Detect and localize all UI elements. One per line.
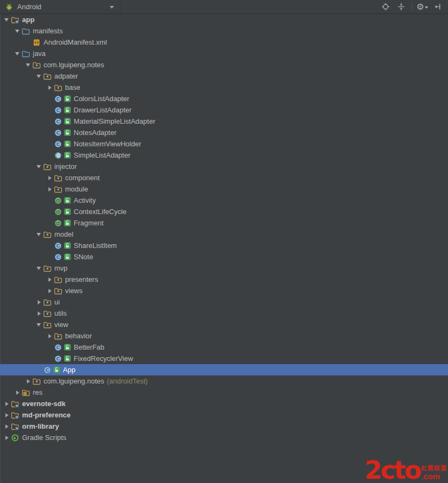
view-mode-dropdown[interactable]: Android: [0, 0, 120, 13]
tree-row[interactable]: manifests: [0, 25, 448, 37]
tree-item-label: ContextLifeCycle: [74, 208, 126, 216]
tree-row[interactable]: com.lguipeng.notes: [0, 59, 448, 70]
tree-row[interactable]: component: [0, 172, 448, 183]
folder-blue-icon: [22, 27, 30, 35]
annotation-icon: @: [54, 196, 62, 205]
tree-row[interactable]: views: [0, 285, 448, 296]
expand-arrow[interactable]: [2, 422, 11, 431]
tree-row[interactable]: CDrawerListAdapter: [0, 104, 448, 116]
tree-row[interactable]: model: [0, 229, 448, 240]
tree-row[interactable]: CColorsListAdapter: [0, 93, 448, 104]
class-icon: C: [54, 106, 62, 115]
unlocked-lock-icon: [63, 354, 71, 363]
expand-arrow[interactable]: [34, 309, 43, 318]
class-icon: C: [54, 343, 62, 352]
tree-row[interactable]: module: [0, 183, 448, 195]
tree-row[interactable]: orm-library: [0, 421, 448, 432]
tree-row[interactable]: CNotesAdapter: [0, 127, 448, 138]
tree-row[interactable]: @Activity: [0, 195, 448, 206]
expand-arrow[interactable]: [45, 287, 54, 295]
expand-arrow[interactable]: [34, 230, 43, 239]
tree-row[interactable]: evernote-sdk: [0, 398, 448, 409]
tree-item-label: res: [33, 388, 42, 396]
expand-spacer: [45, 343, 54, 352]
tree-row[interactable]: app: [0, 14, 448, 25]
expand-arrow[interactable]: [24, 61, 32, 69]
hide-panel-button[interactable]: [432, 2, 443, 12]
tree-row[interactable]: utils: [0, 308, 448, 319]
watermark-side: 红黑联盟 .com: [421, 464, 447, 480]
tree-row[interactable]: md-preference: [0, 409, 448, 421]
expand-arrow[interactable]: [24, 377, 32, 386]
project-tree: appmanifestsAndroidManifest.xmljavacom.l…: [0, 14, 448, 443]
class-icon: C: [54, 253, 62, 261]
tree-item-label: ColorsListAdapter: [74, 95, 129, 103]
expand-arrow[interactable]: [34, 321, 43, 329]
class-icon: C: [54, 354, 62, 363]
tree-item-label: DrawerListAdapter: [74, 106, 132, 114]
tree-row[interactable]: res: [0, 387, 448, 398]
tree-row[interactable]: CShareListItem: [0, 240, 448, 251]
unlocked-lock-icon: [63, 140, 71, 148]
tree-row[interactable]: CFixedRecyclerView: [0, 353, 448, 364]
expand-arrow[interactable]: [45, 332, 54, 340]
package-folder-icon: [43, 321, 52, 329]
android-project-tool-window: Android ⚙ appmanifestsAndroidManifest.xm…: [0, 0, 448, 483]
expand-arrow[interactable]: [2, 411, 11, 420]
expand-arrow[interactable]: [45, 185, 54, 194]
expand-spacer: [45, 151, 54, 160]
tree-row[interactable]: base: [0, 82, 448, 93]
tree-item-label: Activity: [74, 196, 96, 204]
tree-row[interactable]: ui: [0, 296, 448, 308]
tree-item-label: BetterFab: [74, 343, 104, 351]
tree-row[interactable]: com.lguipeng.notes(androidTest): [0, 375, 448, 387]
expand-arrow[interactable]: [34, 162, 43, 171]
gear-icon: ⚙: [418, 3, 426, 11]
view-mode-label: Android: [17, 3, 41, 11]
tree-row[interactable]: view: [0, 319, 448, 330]
tree-row[interactable]: behavior: [0, 330, 448, 342]
locate-button[interactable]: [380, 2, 391, 12]
tree-row[interactable]: presenters: [0, 274, 448, 285]
expand-arrow[interactable]: [45, 275, 54, 284]
tree-row[interactable]: CBetterFab: [0, 342, 448, 353]
res-folder-icon: [22, 388, 30, 397]
tree-row[interactable]: Gradle Scripts: [0, 432, 448, 443]
expand-arrow[interactable]: [13, 49, 22, 58]
expand-arrow[interactable]: [34, 72, 43, 81]
collapse-all-button[interactable]: [396, 2, 407, 12]
expand-arrow[interactable]: [13, 388, 22, 397]
expand-arrow[interactable]: [34, 264, 43, 273]
tree-row[interactable]: CSimpleListAdapter: [0, 150, 448, 161]
tree-row[interactable]: adpater: [0, 70, 448, 82]
expand-arrow[interactable]: [2, 400, 11, 408]
settings-button[interactable]: ⚙: [417, 2, 428, 12]
tree-row[interactable]: CNotesItemViewHolder: [0, 138, 448, 150]
manifest-file-icon: [32, 38, 41, 47]
package-folder-icon: [43, 230, 52, 239]
expand-spacer: [45, 253, 54, 261]
package-folder-icon: [54, 185, 62, 194]
tree-row[interactable]: mvp: [0, 262, 448, 274]
unlocked-lock-icon: [53, 366, 60, 374]
expand-arrow[interactable]: [34, 298, 43, 307]
android-robot-icon: [5, 3, 13, 11]
tree-row[interactable]: CApp: [0, 364, 448, 375]
unlocked-lock-icon: [63, 253, 71, 261]
expand-arrow[interactable]: [2, 16, 11, 24]
tree-row[interactable]: @ContextLifeCycle: [0, 206, 448, 217]
tree-row[interactable]: injector: [0, 161, 448, 172]
tree-item-label: Gradle Scripts: [22, 434, 66, 442]
tree-row[interactable]: @Fragment: [0, 217, 448, 229]
expand-arrow[interactable]: [13, 27, 22, 35]
expand-arrow[interactable]: [45, 83, 54, 92]
tree-row[interactable]: CMaterialSimpleListAdapter: [0, 116, 448, 127]
tree-row[interactable]: AndroidManifest.xml: [0, 37, 448, 48]
expand-arrow[interactable]: [2, 434, 11, 442]
tree-row[interactable]: CSNote: [0, 251, 448, 262]
module-folder-icon: [11, 422, 19, 431]
tree-row[interactable]: java: [0, 48, 448, 59]
tree-item-label: views: [65, 287, 83, 295]
tree-item-label: AndroidManifest.xml: [44, 38, 107, 46]
expand-arrow[interactable]: [45, 174, 54, 182]
